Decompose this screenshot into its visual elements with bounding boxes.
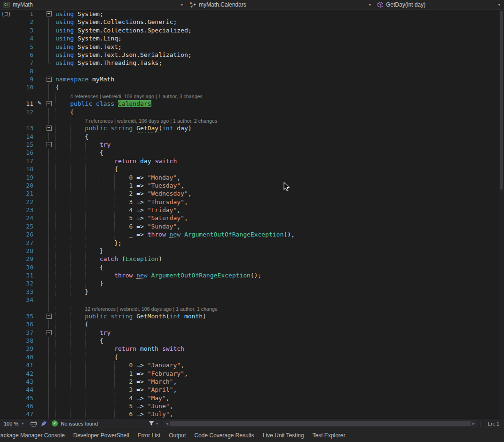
code-line[interactable]: 39return month switch	[0, 345, 504, 353]
code-line[interactable]: 37try	[0, 329, 504, 337]
printer-icon[interactable]	[31, 421, 37, 426]
code-text[interactable]: 3 => "April",	[55, 386, 504, 394]
code-text[interactable]	[55, 67, 504, 75]
code-line[interactable]: 212 => "Wednesday",	[0, 189, 504, 197]
glyph-margin[interactable]	[0, 59, 12, 67]
chevron-down-icon[interactable]: ▾	[156, 421, 158, 426]
fold-margin[interactable]	[43, 198, 55, 206]
fold-margin[interactable]	[43, 312, 55, 320]
code-text[interactable]	[55, 296, 504, 304]
code-line[interactable]: 465 => "June",	[0, 402, 504, 410]
glyph-margin[interactable]	[0, 370, 12, 378]
glyph-margin[interactable]	[0, 394, 12, 402]
glyph-margin[interactable]	[0, 410, 12, 418]
code-line[interactable]: 18{	[0, 165, 504, 173]
glyph-margin[interactable]	[0, 51, 12, 59]
code-line[interactable]: 9namespace myMath	[0, 75, 504, 83]
nav-dropdown-member[interactable]: GetDay(int day) ▾	[375, 0, 504, 9]
code-text[interactable]: using System.Threading.Tasks;	[55, 59, 504, 67]
fold-margin[interactable]	[43, 329, 55, 337]
code-text[interactable]: 6 => "July",	[55, 410, 504, 418]
fold-margin[interactable]	[43, 288, 55, 296]
code-cleanup-broom-icon[interactable]	[41, 420, 47, 426]
code-line[interactable]: 432 => "March",	[0, 378, 504, 386]
code-text[interactable]: {	[55, 133, 504, 141]
code-line[interactable]: 421 => "February",	[0, 370, 504, 378]
panel-tab-error-list[interactable]: Error List	[134, 432, 165, 439]
code-line[interactable]: 26_ => throw new ArgumentOutOfRangeExcep…	[0, 230, 504, 238]
code-text[interactable]: _ => throw new ArgumentOutOfRangeExcepti…	[55, 230, 504, 238]
glyph-margin[interactable]	[0, 378, 12, 386]
code-text[interactable]: 2 => "Wednesday",	[55, 189, 504, 197]
code-line[interactable]: 15try	[0, 141, 504, 149]
code-text[interactable]: }	[55, 279, 504, 287]
panel-tab-code-coverage-results[interactable]: Code Coverage Results	[190, 432, 258, 439]
code-text[interactable]: catch (Exception)	[55, 255, 504, 263]
fold-margin[interactable]	[43, 239, 55, 247]
code-line[interactable]: 454 => "May",	[0, 394, 504, 402]
code-text[interactable]: {	[55, 263, 504, 271]
code-text[interactable]: {	[55, 165, 504, 173]
code-text[interactable]: {	[55, 320, 504, 328]
glyph-margin[interactable]	[0, 133, 12, 141]
filter-control[interactable]: ▾	[149, 421, 158, 426]
code-line[interactable]: 245 => "Saturday",	[0, 214, 504, 222]
chevron-down-icon[interactable]: ▾	[181, 2, 184, 7]
glyph-margin[interactable]	[0, 75, 12, 83]
chevron-down-icon[interactable]: ▾	[22, 421, 24, 426]
code-line[interactable]: 38{	[0, 337, 504, 345]
code-text[interactable]: {	[55, 353, 504, 361]
glyph-margin[interactable]	[0, 165, 12, 173]
glyph-margin[interactable]	[0, 182, 12, 189]
fold-margin[interactable]	[43, 370, 55, 378]
code-line[interactable]: 16{	[0, 149, 504, 157]
code-line[interactable]: 35public string GetMonth(int month)	[0, 312, 504, 320]
code-text[interactable]: try	[55, 329, 504, 337]
code-line[interactable]: 13public string GetDay(int day)	[0, 124, 504, 132]
fold-margin[interactable]	[43, 247, 55, 255]
chevron-down-icon[interactable]: ▾	[369, 2, 372, 7]
code-text[interactable]: using System.Collections.Generic;	[55, 18, 504, 26]
code-text[interactable]: 5 => "June",	[55, 402, 504, 410]
code-text[interactable]: public string GetDay(int day)	[55, 124, 504, 132]
glyph-margin[interactable]: {}	[0, 10, 12, 18]
glyph-margin[interactable]	[0, 329, 12, 337]
code-line[interactable]: 27};	[0, 239, 504, 247]
code-line[interactable]: 443 => "April",	[0, 386, 504, 394]
glyph-margin[interactable]	[0, 296, 12, 304]
fold-margin[interactable]	[43, 100, 55, 108]
glyph-margin[interactable]	[0, 304, 12, 312]
code-text[interactable]: return month switch	[55, 345, 504, 353]
glyph-margin[interactable]	[0, 108, 12, 116]
chevron-down-icon[interactable]: ▾	[498, 2, 501, 7]
collapse-box-icon[interactable]	[47, 314, 52, 319]
fold-margin[interactable]	[43, 18, 55, 26]
code-line[interactable]: 5using System.Text;	[0, 43, 504, 51]
fold-margin[interactable]	[43, 182, 55, 189]
codelens-line[interactable]: 12 references | webreidi, 106 days ago |…	[0, 304, 504, 312]
horizontal-scrollbar-thumb[interactable]	[170, 421, 470, 426]
glyph-margin[interactable]	[0, 18, 12, 26]
glyph-margin[interactable]	[0, 43, 12, 51]
fold-margin[interactable]	[43, 83, 55, 91]
code-line[interactable]: 29catch (Exception)	[0, 255, 504, 263]
code-editor[interactable]: {}1using System;2using System.Collection…	[0, 10, 504, 418]
nav-dropdown-type[interactable]: myMath.Calendars ▾	[187, 0, 375, 9]
code-text[interactable]: using System.Collections.Specialized;	[55, 26, 504, 34]
glyph-margin[interactable]	[0, 189, 12, 197]
code-line[interactable]: 3using System.Collections.Specialized;	[0, 26, 504, 34]
fold-margin[interactable]	[43, 116, 55, 124]
fold-margin[interactable]	[43, 394, 55, 402]
collapse-box-icon[interactable]	[47, 126, 52, 131]
collapse-box-icon[interactable]	[47, 142, 52, 147]
code-line[interactable]: 4using System.Linq;	[0, 34, 504, 42]
code-line[interactable]: 36{	[0, 320, 504, 328]
fold-margin[interactable]	[43, 353, 55, 361]
glyph-margin[interactable]	[0, 255, 12, 263]
code-text[interactable]: 2 => "March",	[55, 378, 504, 386]
codelens-text[interactable]: 4 references | webreidi, 106 days ago | …	[55, 92, 504, 100]
glyph-margin[interactable]	[0, 141, 12, 149]
glyph-margin[interactable]	[0, 83, 12, 91]
fold-margin[interactable]	[43, 222, 55, 230]
fold-margin[interactable]	[43, 149, 55, 157]
